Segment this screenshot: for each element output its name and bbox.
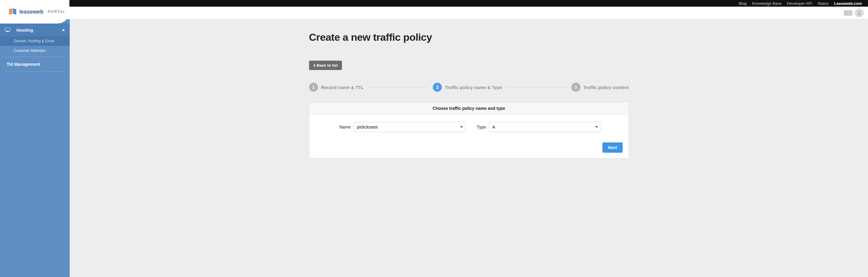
step-1-label: Record name & TTL	[321, 85, 364, 90]
form-panel-header: Choose traffic policy name and type	[309, 102, 629, 115]
wizard-steps: 1 Record name & TTL 2 Traffic policy nam…	[309, 83, 629, 92]
step-3-label: Traffic policy content	[583, 85, 629, 90]
sidebar-divider	[5, 57, 65, 57]
topbar-link-leaseweb[interactable]: Leaseweb.com	[834, 1, 862, 6]
step-1: 1 Record name & TTL	[309, 83, 364, 92]
form-panel: Choose traffic policy name and type Name…	[309, 102, 629, 158]
name-label: Name	[340, 125, 351, 129]
monitor-icon	[5, 28, 10, 32]
step-1-number: 1	[309, 83, 318, 92]
env-badge	[844, 10, 852, 16]
logo[interactable]: leaseweb PORTAL	[0, 0, 69, 24]
sidebar-item-domain-hosting-email[interactable]: Domain, Hosting & Email	[0, 36, 70, 46]
topbar-link-status[interactable]: Status	[817, 1, 829, 6]
topbar-link-blog[interactable]: Blog	[739, 1, 747, 6]
step-2: 2 Traffic policy name & Type	[433, 83, 502, 92]
step-3: 3 Traffic policy content	[571, 83, 629, 92]
chevron-left-icon	[313, 64, 316, 67]
step-connector	[507, 87, 566, 88]
sidebar-section-hosting[interactable]: Hosting	[0, 24, 70, 36]
sidebar-divider	[5, 71, 65, 72]
sidebar: Hosting Domain, Hosting & Email Customer…	[0, 0, 70, 277]
logo-brand-text: leaseweb	[19, 9, 43, 15]
logo-icon	[8, 8, 17, 15]
name-input[interactable]	[354, 122, 466, 132]
logo-portal-text: PORTAL	[48, 10, 65, 14]
main-area: Create a new traffic policy Back to list…	[70, 19, 868, 277]
svg-marker-9	[62, 29, 65, 31]
svg-point-6	[858, 10, 860, 13]
topbar: Blog Knowledge Base Developer API Status…	[0, 0, 868, 7]
back-button-label: Back to list	[317, 63, 338, 68]
type-label: Type	[477, 125, 486, 129]
svg-rect-8	[7, 31, 8, 32]
step-3-number: 3	[571, 83, 580, 92]
page-title: Create a new traffic policy	[309, 31, 629, 43]
headerbar	[0, 7, 868, 19]
back-to-list-button[interactable]: Back to list	[309, 61, 342, 70]
type-select[interactable]: A	[489, 122, 601, 132]
form-group-name: Name	[340, 122, 466, 132]
step-2-number: 2	[433, 83, 442, 92]
avatar[interactable]	[855, 8, 864, 18]
user-icon	[856, 10, 863, 16]
sidebar-item-customer-selection[interactable]: Customer Selection	[0, 46, 70, 56]
sidebar-section-label: Hosting	[16, 27, 33, 33]
svg-rect-7	[5, 28, 10, 31]
sidebar-item-tld-management[interactable]: Tld Management	[0, 58, 70, 70]
step-2-label: Traffic policy name & Type	[445, 85, 502, 90]
svg-marker-10	[313, 64, 315, 67]
step-connector	[369, 87, 427, 88]
next-button[interactable]: Next	[602, 143, 622, 153]
topbar-link-api[interactable]: Developer API	[787, 1, 812, 6]
chevron-up-icon	[62, 29, 65, 31]
topbar-link-kb[interactable]: Knowledge Base	[752, 1, 782, 6]
form-group-type: Type A	[477, 122, 601, 132]
